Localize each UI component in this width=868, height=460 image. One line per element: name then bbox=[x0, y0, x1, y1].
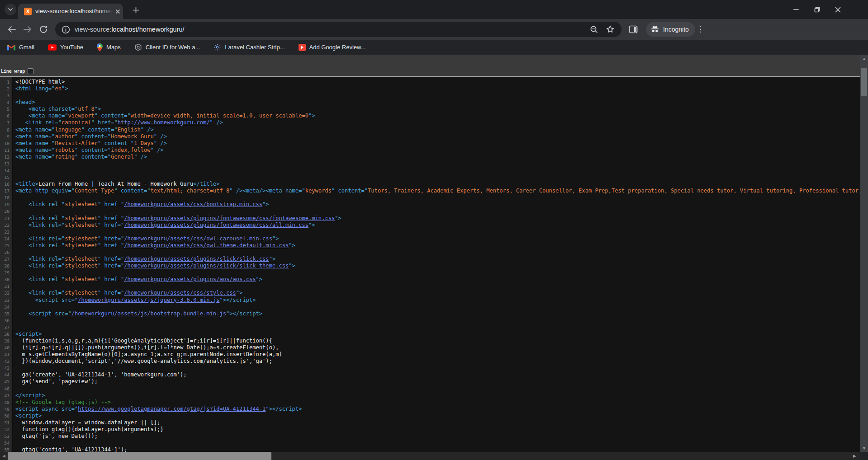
line-content bbox=[12, 365, 15, 371]
code-line: 33 <script src="/homeworkguru/assets/js/… bbox=[0, 297, 860, 304]
scroll-down-arrow[interactable]: ▼ bbox=[860, 444, 868, 452]
code-line: 10<meta name="Revisit-After" content="1 … bbox=[0, 140, 860, 147]
minimize-button[interactable] bbox=[786, 0, 806, 19]
code-token: en bbox=[55, 85, 62, 92]
code-token: " /> bbox=[141, 127, 154, 133]
line-content: gtag('js', new Date()); bbox=[12, 433, 98, 440]
source-link[interactable]: /homeworkguru/assets/plugins/fontawesome… bbox=[124, 215, 335, 221]
source-link[interactable]: /homeworkguru/assets/plugins/slick/slick… bbox=[124, 263, 289, 269]
source-link[interactable]: /homeworkguru/assets/css/owl.carousel.mi… bbox=[124, 235, 272, 242]
line-content: <meta name="robots" content="index,follo… bbox=[12, 147, 164, 154]
source-link[interactable]: https://www.googletagmanager.com/gtag/js… bbox=[78, 406, 266, 412]
tab-search-button[interactable] bbox=[5, 4, 16, 15]
scroll-left-arrow[interactable]: ◀ bbox=[0, 452, 8, 460]
code-line: 4<head> bbox=[0, 99, 860, 106]
line-content: </script> bbox=[12, 392, 45, 399]
toolbar: view-source:localhost/homeworkguru/ Inco… bbox=[0, 19, 868, 40]
code-token: <meta name=" bbox=[15, 113, 68, 119]
info-icon[interactable] bbox=[62, 25, 70, 34]
code-line: 16<title>Learn From Home | Teach At Home… bbox=[0, 181, 860, 188]
code-token: <link rel=" bbox=[15, 242, 65, 249]
bookmark-item-client-id[interactable]: Client ID for Web a... bbox=[134, 43, 200, 51]
url-host: localhost/homeworkguru/ bbox=[111, 26, 184, 33]
code-token: stylesheet bbox=[65, 276, 98, 282]
source-link[interactable]: http://www.homeworkguru.com/ bbox=[118, 119, 210, 126]
source-link[interactable]: /homeworkguru/assets/js/jquery-3.6.0.min… bbox=[78, 297, 219, 303]
line-content: <meta http-equiv="Content-Type" content=… bbox=[12, 188, 860, 194]
bookmark-item-gmail[interactable]: Gmail bbox=[7, 44, 34, 51]
line-wrap-checkbox[interactable] bbox=[28, 68, 33, 74]
line-content: })(window,document,'script','//www.googl… bbox=[12, 358, 272, 365]
line-number: 28 bbox=[0, 263, 12, 269]
code-token: " href=" bbox=[98, 263, 124, 269]
code-token: " /> bbox=[154, 133, 167, 140]
horizontal-scrollbar[interactable]: ◀ ▶ bbox=[0, 452, 860, 460]
source-link[interactable]: /homeworkguru/assets/plugins/fontawesome… bbox=[124, 222, 308, 228]
code-line: 23 bbox=[0, 229, 860, 235]
new-tab-button[interactable] bbox=[130, 5, 141, 15]
source-link[interactable]: /homeworkguru/assets/plugins/slick/slick… bbox=[124, 256, 269, 262]
bookmark-item-laravel-cashier[interactable]: Laravel Cashier Strip... bbox=[213, 43, 285, 51]
zoom-out-icon[interactable] bbox=[589, 25, 598, 34]
code-token: author bbox=[55, 133, 75, 140]
line-number: 26 bbox=[0, 249, 12, 256]
line-number: 5 bbox=[0, 106, 12, 113]
line-number: 29 bbox=[0, 269, 12, 276]
code-token: <!DOCTYPE html> bbox=[15, 79, 65, 85]
code-line: 6 <meta name="viewport" content="width=d… bbox=[0, 113, 860, 119]
incognito-badge[interactable]: Incognito bbox=[646, 22, 695, 37]
bookmark-item-maps[interactable]: Maps bbox=[97, 43, 121, 52]
scroll-right-arrow[interactable]: ▶ bbox=[851, 452, 859, 460]
code-line: 2<html lang="en"> bbox=[0, 85, 860, 92]
tab-close-button[interactable] bbox=[114, 8, 122, 15]
code-token: <meta charset=" bbox=[15, 106, 78, 112]
code-token: "> bbox=[289, 263, 295, 269]
restore-button[interactable] bbox=[806, 0, 827, 19]
line-content: m=s.getElementsByTagName(o)[0];a.async=1… bbox=[12, 351, 282, 358]
source-link[interactable]: /homeworkguru/assets/css/owl.theme.defau… bbox=[124, 242, 289, 249]
code-token: " /> bbox=[210, 119, 223, 126]
address-bar[interactable]: view-source:localhost/homeworkguru/ bbox=[55, 22, 621, 37]
plus-icon bbox=[133, 7, 139, 14]
code-line: 15 bbox=[0, 174, 860, 181]
bookmark-item-youtube[interactable]: YouTube bbox=[48, 44, 83, 51]
bookmark-item-add-google-review[interactable]: Add Google Review... bbox=[299, 44, 366, 51]
bookmark-label: Maps bbox=[106, 44, 121, 51]
code-token: })(window,document,'script','//www.googl… bbox=[15, 358, 272, 364]
close-window-button[interactable] bbox=[827, 0, 848, 19]
active-tab[interactable]: X view-source:localhost/homewor bbox=[18, 4, 123, 19]
scroll-up-arrow[interactable]: ▲ bbox=[860, 55, 868, 62]
forward-button[interactable] bbox=[22, 24, 33, 35]
vertical-scrollbar[interactable]: ▲ ▼ bbox=[860, 55, 868, 452]
source-link[interactable]: /homeworkguru/assets/plugins/aos/aos.css bbox=[124, 276, 256, 282]
bookmark-label: Client ID for Web a... bbox=[146, 44, 200, 51]
code-token: " href=" bbox=[98, 290, 124, 296]
horizontal-scrollbar-thumb[interactable] bbox=[8, 452, 271, 460]
code-line: 42 })(window,document,'script','//www.go… bbox=[0, 358, 860, 365]
code-token: " /> bbox=[154, 140, 167, 146]
vertical-scrollbar-thumb[interactable] bbox=[861, 68, 867, 96]
side-panel-icon[interactable] bbox=[628, 24, 638, 34]
url-text[interactable]: view-source:localhost/homeworkguru/ bbox=[75, 26, 185, 33]
line-content: <link rel="stylesheet" href="/homeworkgu… bbox=[12, 201, 269, 208]
code-token: <meta name=" bbox=[15, 133, 55, 140]
code-token: language bbox=[55, 127, 81, 133]
code-line: 54 bbox=[0, 440, 860, 446]
line-wrap-control: Line wrap bbox=[1, 68, 33, 74]
back-button[interactable] bbox=[6, 24, 17, 35]
bookmarks-bar: Gmail YouTube Maps Client ID bbox=[0, 40, 868, 55]
line-content: ga('create', 'UA-41211344-1', 'homeworkg… bbox=[12, 371, 187, 378]
code-line: 18 bbox=[0, 194, 860, 201]
line-content: (function(i,s,o,g,r,a,m){i['GoogleAnalyt… bbox=[12, 338, 272, 344]
line-content bbox=[12, 324, 15, 331]
line-number: 54 bbox=[0, 440, 12, 446]
source-link[interactable]: /homeworkguru/assets/css/style.css bbox=[124, 290, 236, 296]
reload-button[interactable] bbox=[38, 24, 49, 35]
line-content bbox=[12, 440, 15, 446]
menu-dots-button[interactable]: ⋮ bbox=[696, 24, 705, 35]
source-link[interactable]: /homeworkguru/assets/css/bootstrap.min.c… bbox=[124, 201, 262, 207]
bookmark-star-icon[interactable] bbox=[606, 25, 615, 34]
code-line: 49<script async src="https://www.googlet… bbox=[0, 406, 860, 413]
code-line: 44 ga('create', 'UA-41211344-1', 'homewo… bbox=[0, 371, 860, 378]
source-link[interactable]: /homeworkguru/assets/js/bootstrap.bundle… bbox=[71, 310, 226, 317]
